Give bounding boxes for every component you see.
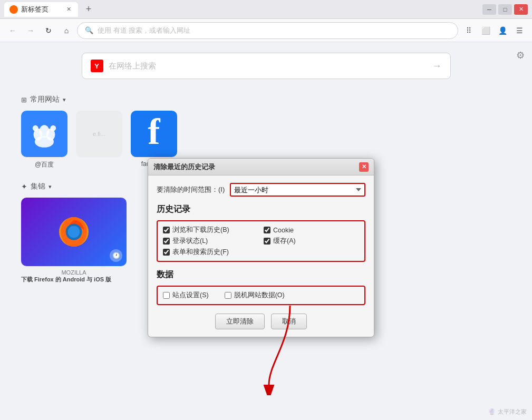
checkbox-site-input[interactable] (163, 292, 170, 299)
minimize-button[interactable]: ─ (482, 4, 496, 15)
refresh-button[interactable]: ↻ (41, 23, 56, 38)
time-range-label: 要清除的时间范围：(I) (157, 185, 225, 194)
checkbox-cache-input[interactable] (264, 238, 270, 245)
browser-tab[interactable]: 新标签页 ✕ (4, 2, 78, 17)
time-range-select[interactable]: 最近一小时 最近两小时 最近四小时 今天 全部 (230, 183, 365, 197)
browser-window: 新标签页 ✕ + ─ □ ✕ ← → ↻ ⌂ 🔍 使用 有道 搜索，或者输入网址… (0, 0, 532, 420)
time-range-row: 要清除的时间范围：(I) 最近一小时 最近两小时 最近四小时 今天 全部 (157, 183, 365, 197)
dialog-body: 要清除的时间范围：(I) 最近一小时 最近两小时 最近四小时 今天 全部 历史记… (148, 175, 374, 337)
home-button[interactable]: ⌂ (59, 23, 74, 38)
checkbox-offline-label: 脱机网站数据(O) (234, 291, 285, 300)
checkbox-browse-history[interactable]: 浏览和下载历史(B) (163, 226, 258, 235)
dialog-overlay: 清除最近的历史记录 ✕ 要清除的时间范围：(I) 最近一小时 最近两小时 最近四… (0, 42, 532, 420)
maximize-button[interactable]: □ (498, 4, 512, 15)
clear-history-dialog: 清除最近的历史记录 ✕ 要清除的时间范围：(I) 最近一小时 最近两小时 最近四… (148, 158, 374, 337)
new-tab-button[interactable]: + (81, 2, 96, 17)
close-button[interactable]: ✕ (514, 4, 528, 15)
forward-button[interactable]: → (23, 23, 38, 38)
checkbox-login-label: 登录状态(L) (172, 237, 208, 246)
checkbox-login-input[interactable] (163, 238, 170, 245)
checkbox-browse-label: 浏览和下载历史(B) (172, 226, 229, 235)
tabs-button[interactable]: ⬜ (478, 23, 493, 38)
search-icon: 🔍 (85, 26, 93, 34)
checkbox-login[interactable]: 登录状态(L) (163, 237, 258, 246)
page-content: ⚙ Y 在网络上搜索 → ⊞ 常用网站 ▾ (0, 42, 532, 420)
nav-right-buttons: ⠿ ⬜ 👤 ☰ (461, 23, 527, 38)
checkbox-offline-data[interactable]: 脱机网站数据(O) (225, 291, 285, 300)
title-bar: 新标签页 ✕ + ─ □ ✕ (0, 0, 532, 19)
checkbox-site-settings[interactable]: 站点设置(S) (163, 291, 209, 300)
checkbox-cookie-input[interactable] (264, 227, 270, 233)
tab-title: 新标签页 (21, 5, 49, 14)
checkbox-offline-input[interactable] (225, 292, 231, 299)
dialog-close-button[interactable]: ✕ (359, 162, 369, 172)
checkbox-cookie-label: Cookie (273, 227, 294, 234)
nav-bar: ← → ↻ ⌂ 🔍 使用 有道 搜索，或者输入网址 ⠿ ⬜ 👤 ☰ (0, 19, 532, 42)
checkbox-form[interactable]: 表单和搜索历史(F) (163, 248, 258, 257)
dialog-buttons: 立即清除 取消 (157, 314, 365, 329)
dialog-title: 清除最近的历史记录 (153, 162, 215, 172)
window-controls: ─ □ ✕ (482, 4, 528, 15)
checkbox-browse-input[interactable] (163, 227, 170, 233)
tab-close-button[interactable]: ✕ (64, 5, 73, 14)
history-checkbox-group: 浏览和下载历史(B) Cookie 登录状态(L) 缓存(A) (157, 220, 365, 262)
back-button[interactable]: ← (5, 23, 20, 38)
bookmarks-button[interactable]: ⠿ (461, 23, 476, 38)
address-text: 使用 有道 搜索，或者输入网址 (98, 26, 190, 35)
menu-button[interactable]: ☰ (512, 23, 527, 38)
checkbox-form-input[interactable] (163, 249, 170, 256)
checkbox-cookie[interactable]: Cookie (264, 226, 359, 235)
account-button[interactable]: 👤 (495, 23, 510, 38)
tab-favicon (9, 5, 18, 14)
checkbox-cache-label: 缓存(A) (273, 237, 296, 246)
checkbox-cache[interactable]: 缓存(A) (264, 237, 359, 246)
address-bar[interactable]: 🔍 使用 有道 搜索，或者输入网址 (77, 22, 458, 39)
data-section-title: 数据 (157, 269, 365, 280)
dialog-titlebar: 清除最近的历史记录 ✕ (148, 159, 374, 175)
cancel-button[interactable]: 取消 (271, 314, 307, 329)
history-section-title: 历史记录 (157, 204, 365, 215)
data-checkbox-group: 站点设置(S) 脱机网站数据(O) (157, 286, 365, 305)
checkbox-form-label: 表单和搜索历史(F) (172, 248, 229, 257)
checkbox-site-label: 站点设置(S) (172, 291, 209, 300)
clear-now-button[interactable]: 立即清除 (215, 314, 265, 329)
